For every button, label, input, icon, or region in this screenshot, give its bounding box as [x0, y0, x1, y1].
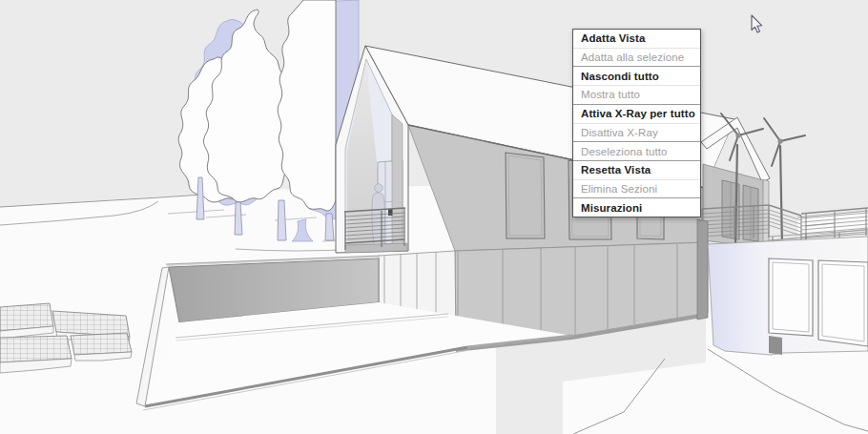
menu-item-nascondi-tutto[interactable]: Nascondi tutto — [573, 66, 700, 85]
app-window — [0, 0, 868, 434]
menu-item-resetta-vista[interactable]: Resetta Vista — [573, 160, 700, 179]
menu-item-adatta-alla-selezione: Adatta alla selezione — [573, 48, 700, 67]
wall-fixture — [388, 209, 393, 216]
menu-item-attiva-xray-per-tutto[interactable]: Attiva X-Ray per tutto — [573, 104, 700, 123]
tree-trunk — [325, 214, 334, 240]
menu-item-adatta-vista[interactable]: Adatta Vista — [573, 30, 700, 48]
tree-trunk — [278, 200, 286, 240]
menu-item-misurazioni[interactable]: Misurazioni — [573, 197, 700, 217]
basement-window — [769, 258, 868, 346]
menu-item-mostra-tutto: Mostra tutto — [573, 85, 700, 104]
menu-item-elimina-sezioni: Elimina Sezioni — [573, 179, 700, 198]
context-menu: Adatta Vista Adatta alla selezione Nasco… — [572, 29, 701, 217]
menu-item-disattiva-xray: Disattiva X-Ray — [573, 123, 700, 142]
menu-item-deseleziona-tutto: Deseleziona tutto — [573, 141, 700, 160]
viewport-3d[interactable] — [0, 0, 868, 434]
